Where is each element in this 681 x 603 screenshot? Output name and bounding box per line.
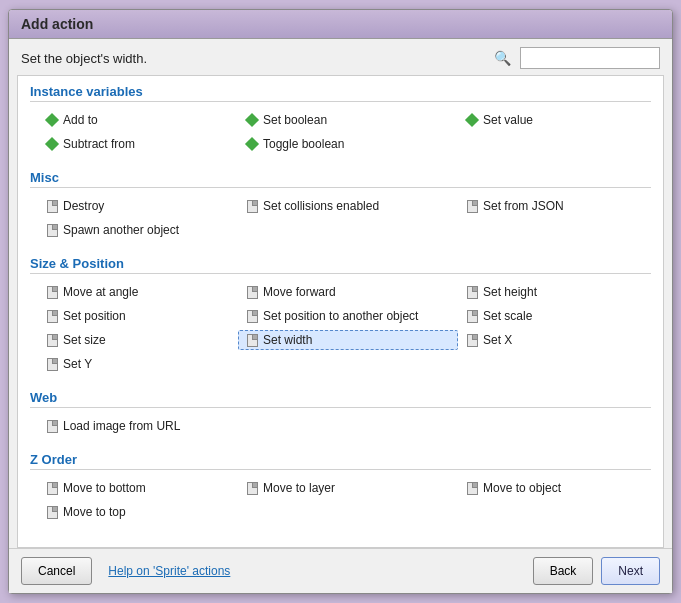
item-label-load-image-from-url: Load image from URL: [63, 419, 180, 433]
item-move-forward[interactable]: Move forward: [238, 282, 458, 302]
item-set-collisions-enabled[interactable]: Set collisions enabled: [238, 196, 458, 216]
gray-page-icon: [45, 419, 59, 433]
item-label-move-to-bottom: Move to bottom: [63, 481, 146, 495]
item-label-set-from-json: Set from JSON: [483, 199, 564, 213]
gray-page-icon: [45, 309, 59, 323]
gray-page-icon: [245, 199, 259, 213]
item-label-set-scale: Set scale: [483, 309, 532, 323]
item-label-set-collisions-enabled: Set collisions enabled: [263, 199, 379, 213]
item-label-set-x: Set X: [483, 333, 512, 347]
section-instance-variables: Instance variablesAdd toSet booleanSet v…: [30, 84, 651, 154]
item-set-y[interactable]: Set Y: [38, 354, 238, 374]
item-set-scale[interactable]: Set scale: [458, 306, 638, 326]
green-diamond-icon: [45, 113, 59, 127]
item-spawn-another-object[interactable]: Spawn another object: [38, 220, 238, 240]
item-move-to-layer[interactable]: Move to layer: [238, 478, 458, 498]
item-set-from-json[interactable]: Set from JSON: [458, 196, 638, 216]
search-input[interactable]: [520, 47, 660, 69]
gray-page-icon: [245, 481, 259, 495]
item-label-set-value: Set value: [483, 113, 533, 127]
item-label-set-position-to-another-object: Set position to another object: [263, 309, 418, 323]
item-set-value[interactable]: Set value: [458, 110, 638, 130]
section-header-web: Web: [30, 390, 651, 408]
gray-page-icon: [45, 285, 59, 299]
help-link[interactable]: Help on 'Sprite' actions: [108, 564, 524, 578]
gray-page-icon: [465, 309, 479, 323]
items-grid-web: Load image from URL: [38, 416, 651, 436]
item-label-add-to: Add to: [63, 113, 98, 127]
add-action-dialog: Add action Set the object's width. 🔍 Ins…: [8, 9, 673, 594]
item-set-position-to-another-object[interactable]: Set position to another object: [238, 306, 458, 326]
section-misc: MiscDestroySet collisions enabledSet fro…: [30, 170, 651, 240]
section-header-instance-variables: Instance variables: [30, 84, 651, 102]
cancel-button[interactable]: Cancel: [21, 557, 92, 585]
item-set-position[interactable]: Set position: [38, 306, 238, 326]
item-label-destroy: Destroy: [63, 199, 104, 213]
gray-page-icon: [45, 505, 59, 519]
gray-page-icon: [465, 481, 479, 495]
item-destroy[interactable]: Destroy: [38, 196, 238, 216]
items-grid-z-order: Move to bottomMove to layerMove to objec…: [38, 478, 651, 522]
item-add-to[interactable]: Add to: [38, 110, 238, 130]
item-move-to-top[interactable]: Move to top: [38, 502, 238, 522]
next-button[interactable]: Next: [601, 557, 660, 585]
gray-page-icon: [465, 199, 479, 213]
scroll-panel[interactable]: Instance variablesAdd toSet booleanSet v…: [18, 76, 663, 547]
gray-page-icon: [245, 333, 259, 347]
item-move-at-angle[interactable]: Move at angle: [38, 282, 238, 302]
green-diamond-icon: [45, 137, 59, 151]
gray-page-icon: [465, 333, 479, 347]
item-label-set-position: Set position: [63, 309, 126, 323]
item-label-move-to-object: Move to object: [483, 481, 561, 495]
item-subtract-from[interactable]: Subtract from: [38, 134, 238, 154]
item-label-move-at-angle: Move at angle: [63, 285, 138, 299]
green-diamond-icon: [245, 113, 259, 127]
gray-page-icon: [465, 285, 479, 299]
item-label-toggle-boolean: Toggle boolean: [263, 137, 344, 151]
item-label-spawn-another-object: Spawn another object: [63, 223, 179, 237]
description-text: Set the object's width.: [21, 51, 484, 66]
green-diamond-icon: [465, 113, 479, 127]
item-set-size[interactable]: Set size: [38, 330, 238, 350]
footer-right-buttons: Back Next: [533, 557, 660, 585]
item-label-set-height: Set height: [483, 285, 537, 299]
item-move-to-object[interactable]: Move to object: [458, 478, 638, 498]
item-label-set-y: Set Y: [63, 357, 92, 371]
dialog-footer: Cancel Help on 'Sprite' actions Back Nex…: [9, 548, 672, 593]
section-size-position: Size & PositionMove at angleMove forward…: [30, 256, 651, 374]
dialog-title: Add action: [9, 10, 672, 39]
item-label-move-forward: Move forward: [263, 285, 336, 299]
dialog-description-bar: Set the object's width. 🔍: [9, 39, 672, 75]
gray-page-icon: [45, 481, 59, 495]
gray-page-icon: [45, 223, 59, 237]
section-header-size-position: Size & Position: [30, 256, 651, 274]
item-label-move-to-top: Move to top: [63, 505, 126, 519]
item-set-boolean[interactable]: Set boolean: [238, 110, 458, 130]
item-set-x[interactable]: Set X: [458, 330, 638, 350]
items-grid-instance-variables: Add toSet booleanSet valueSubtract fromT…: [38, 110, 651, 154]
item-load-image-from-url[interactable]: Load image from URL: [38, 416, 238, 436]
section-web: WebLoad image from URL: [30, 390, 651, 436]
gray-page-icon: [245, 309, 259, 323]
back-button[interactable]: Back: [533, 557, 594, 585]
gray-page-icon: [45, 357, 59, 371]
item-label-set-boolean: Set boolean: [263, 113, 327, 127]
item-label-subtract-from: Subtract from: [63, 137, 135, 151]
item-move-to-bottom[interactable]: Move to bottom: [38, 478, 238, 498]
item-toggle-boolean[interactable]: Toggle boolean: [238, 134, 458, 154]
item-label-set-size: Set size: [63, 333, 106, 347]
item-set-height[interactable]: Set height: [458, 282, 638, 302]
section-z-order: Z OrderMove to bottomMove to layerMove t…: [30, 452, 651, 522]
gray-page-icon: [45, 333, 59, 347]
items-grid-misc: DestroySet collisions enabledSet from JS…: [38, 196, 651, 240]
gray-page-icon: [245, 285, 259, 299]
items-grid-size-position: Move at angleMove forwardSet heightSet p…: [38, 282, 651, 374]
section-header-z-order: Z Order: [30, 452, 651, 470]
gray-page-icon: [45, 199, 59, 213]
content-area: Instance variablesAdd toSet booleanSet v…: [17, 75, 664, 548]
green-diamond-icon: [245, 137, 259, 151]
item-set-width[interactable]: Set width: [238, 330, 458, 350]
item-label-set-width: Set width: [263, 333, 312, 347]
section-header-misc: Misc: [30, 170, 651, 188]
item-label-move-to-layer: Move to layer: [263, 481, 335, 495]
